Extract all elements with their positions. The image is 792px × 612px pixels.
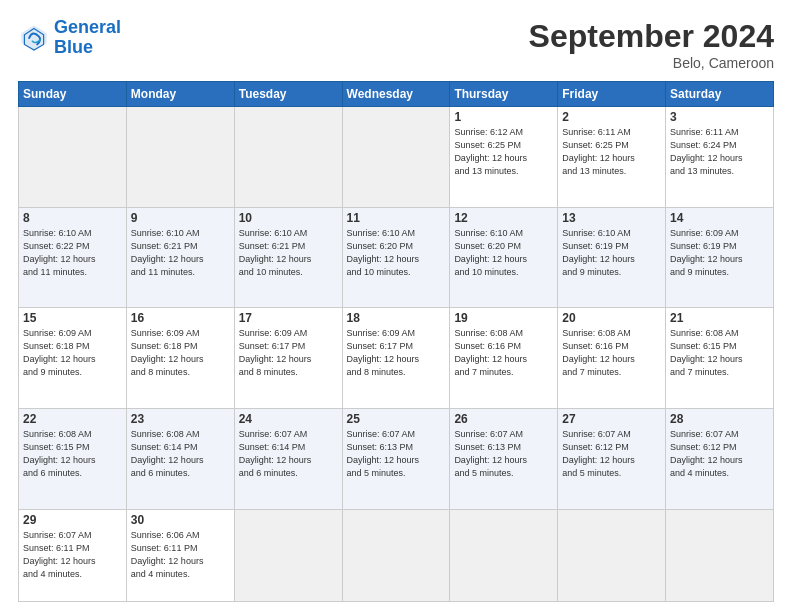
cell-text: Sunrise: 6:10 AMSunset: 6:21 PMDaylight:… xyxy=(239,227,338,279)
day-number: 9 xyxy=(131,211,230,225)
table-row: 12Sunrise: 6:10 AMSunset: 6:20 PMDayligh… xyxy=(450,207,558,308)
col-saturday: Saturday xyxy=(666,82,774,107)
calendar-week-row: 8Sunrise: 6:10 AMSunset: 6:22 PMDaylight… xyxy=(19,207,774,308)
cell-text: Sunrise: 6:09 AMSunset: 6:17 PMDaylight:… xyxy=(239,327,338,379)
table-row xyxy=(19,107,127,208)
day-number: 25 xyxy=(347,412,446,426)
table-row: 11Sunrise: 6:10 AMSunset: 6:20 PMDayligh… xyxy=(342,207,450,308)
table-row: 1Sunrise: 6:12 AMSunset: 6:25 PMDaylight… xyxy=(450,107,558,208)
day-number: 21 xyxy=(670,311,769,325)
day-number: 2 xyxy=(562,110,661,124)
day-number: 15 xyxy=(23,311,122,325)
col-tuesday: Tuesday xyxy=(234,82,342,107)
table-row: 18Sunrise: 6:09 AMSunset: 6:17 PMDayligh… xyxy=(342,308,450,409)
table-row: 29Sunrise: 6:07 AMSunset: 6:11 PMDayligh… xyxy=(19,509,127,601)
header: General Blue September 2024 Belo, Camero… xyxy=(18,18,774,71)
calendar-week-row: 15Sunrise: 6:09 AMSunset: 6:18 PMDayligh… xyxy=(19,308,774,409)
logo-blue: Blue xyxy=(54,37,93,57)
day-number: 27 xyxy=(562,412,661,426)
day-number: 24 xyxy=(239,412,338,426)
cell-text: Sunrise: 6:08 AMSunset: 6:15 PMDaylight:… xyxy=(23,428,122,480)
cell-text: Sunrise: 6:12 AMSunset: 6:25 PMDaylight:… xyxy=(454,126,553,178)
table-row: 8Sunrise: 6:10 AMSunset: 6:22 PMDaylight… xyxy=(19,207,127,308)
table-row: 14Sunrise: 6:09 AMSunset: 6:19 PMDayligh… xyxy=(666,207,774,308)
table-row: 28Sunrise: 6:07 AMSunset: 6:12 PMDayligh… xyxy=(666,409,774,510)
title-block: September 2024 Belo, Cameroon xyxy=(529,18,774,71)
day-number: 30 xyxy=(131,513,230,527)
cell-text: Sunrise: 6:08 AMSunset: 6:14 PMDaylight:… xyxy=(131,428,230,480)
cell-text: Sunrise: 6:10 AMSunset: 6:22 PMDaylight:… xyxy=(23,227,122,279)
table-row xyxy=(234,509,342,601)
day-number: 18 xyxy=(347,311,446,325)
table-row: 3Sunrise: 6:11 AMSunset: 6:24 PMDaylight… xyxy=(666,107,774,208)
day-number: 12 xyxy=(454,211,553,225)
day-number: 10 xyxy=(239,211,338,225)
table-row: 22Sunrise: 6:08 AMSunset: 6:15 PMDayligh… xyxy=(19,409,127,510)
table-row: 17Sunrise: 6:09 AMSunset: 6:17 PMDayligh… xyxy=(234,308,342,409)
table-row: 15Sunrise: 6:09 AMSunset: 6:18 PMDayligh… xyxy=(19,308,127,409)
col-thursday: Thursday xyxy=(450,82,558,107)
cell-text: Sunrise: 6:08 AMSunset: 6:15 PMDaylight:… xyxy=(670,327,769,379)
cell-text: Sunrise: 6:10 AMSunset: 6:21 PMDaylight:… xyxy=(131,227,230,279)
logo-icon xyxy=(18,22,50,54)
logo-general: General xyxy=(54,17,121,37)
table-row: 24Sunrise: 6:07 AMSunset: 6:14 PMDayligh… xyxy=(234,409,342,510)
table-row: 30Sunrise: 6:06 AMSunset: 6:11 PMDayligh… xyxy=(126,509,234,601)
table-row xyxy=(126,107,234,208)
cell-text: Sunrise: 6:09 AMSunset: 6:18 PMDaylight:… xyxy=(131,327,230,379)
table-row: 13Sunrise: 6:10 AMSunset: 6:19 PMDayligh… xyxy=(558,207,666,308)
day-number: 8 xyxy=(23,211,122,225)
table-row: 27Sunrise: 6:07 AMSunset: 6:12 PMDayligh… xyxy=(558,409,666,510)
day-number: 19 xyxy=(454,311,553,325)
cell-text: Sunrise: 6:08 AMSunset: 6:16 PMDaylight:… xyxy=(454,327,553,379)
table-row xyxy=(234,107,342,208)
day-number: 13 xyxy=(562,211,661,225)
col-sunday: Sunday xyxy=(19,82,127,107)
table-row: 2Sunrise: 6:11 AMSunset: 6:25 PMDaylight… xyxy=(558,107,666,208)
table-row xyxy=(450,509,558,601)
cell-text: Sunrise: 6:11 AMSunset: 6:25 PMDaylight:… xyxy=(562,126,661,178)
day-number: 1 xyxy=(454,110,553,124)
cell-text: Sunrise: 6:07 AMSunset: 6:14 PMDaylight:… xyxy=(239,428,338,480)
table-row: 23Sunrise: 6:08 AMSunset: 6:14 PMDayligh… xyxy=(126,409,234,510)
table-row: 16Sunrise: 6:09 AMSunset: 6:18 PMDayligh… xyxy=(126,308,234,409)
col-friday: Friday xyxy=(558,82,666,107)
table-row: 25Sunrise: 6:07 AMSunset: 6:13 PMDayligh… xyxy=(342,409,450,510)
month-year: September 2024 xyxy=(529,18,774,55)
table-row: 26Sunrise: 6:07 AMSunset: 6:13 PMDayligh… xyxy=(450,409,558,510)
calendar-week-row: 22Sunrise: 6:08 AMSunset: 6:15 PMDayligh… xyxy=(19,409,774,510)
cell-text: Sunrise: 6:07 AMSunset: 6:13 PMDaylight:… xyxy=(454,428,553,480)
cell-text: Sunrise: 6:09 AMSunset: 6:17 PMDaylight:… xyxy=(347,327,446,379)
cell-text: Sunrise: 6:08 AMSunset: 6:16 PMDaylight:… xyxy=(562,327,661,379)
table-row: 19Sunrise: 6:08 AMSunset: 6:16 PMDayligh… xyxy=(450,308,558,409)
cell-text: Sunrise: 6:09 AMSunset: 6:18 PMDaylight:… xyxy=(23,327,122,379)
table-row xyxy=(558,509,666,601)
col-wednesday: Wednesday xyxy=(342,82,450,107)
logo-text: General Blue xyxy=(54,18,121,58)
cell-text: Sunrise: 6:07 AMSunset: 6:12 PMDaylight:… xyxy=(562,428,661,480)
cell-text: Sunrise: 6:10 AMSunset: 6:19 PMDaylight:… xyxy=(562,227,661,279)
cell-text: Sunrise: 6:10 AMSunset: 6:20 PMDaylight:… xyxy=(454,227,553,279)
day-number: 28 xyxy=(670,412,769,426)
day-number: 26 xyxy=(454,412,553,426)
table-row xyxy=(666,509,774,601)
table-row: 10Sunrise: 6:10 AMSunset: 6:21 PMDayligh… xyxy=(234,207,342,308)
day-number: 16 xyxy=(131,311,230,325)
table-row xyxy=(342,509,450,601)
cell-text: Sunrise: 6:07 AMSunset: 6:13 PMDaylight:… xyxy=(347,428,446,480)
cell-text: Sunrise: 6:09 AMSunset: 6:19 PMDaylight:… xyxy=(670,227,769,279)
page: General Blue September 2024 Belo, Camero… xyxy=(0,0,792,612)
logo: General Blue xyxy=(18,18,121,58)
col-monday: Monday xyxy=(126,82,234,107)
cell-text: Sunrise: 6:10 AMSunset: 6:20 PMDaylight:… xyxy=(347,227,446,279)
day-number: 22 xyxy=(23,412,122,426)
day-number: 20 xyxy=(562,311,661,325)
calendar-header-row: Sunday Monday Tuesday Wednesday Thursday… xyxy=(19,82,774,107)
day-number: 23 xyxy=(131,412,230,426)
calendar-table: Sunday Monday Tuesday Wednesday Thursday… xyxy=(18,81,774,602)
day-number: 14 xyxy=(670,211,769,225)
day-number: 11 xyxy=(347,211,446,225)
cell-text: Sunrise: 6:06 AMSunset: 6:11 PMDaylight:… xyxy=(131,529,230,581)
cell-text: Sunrise: 6:07 AMSunset: 6:11 PMDaylight:… xyxy=(23,529,122,581)
table-row: 20Sunrise: 6:08 AMSunset: 6:16 PMDayligh… xyxy=(558,308,666,409)
